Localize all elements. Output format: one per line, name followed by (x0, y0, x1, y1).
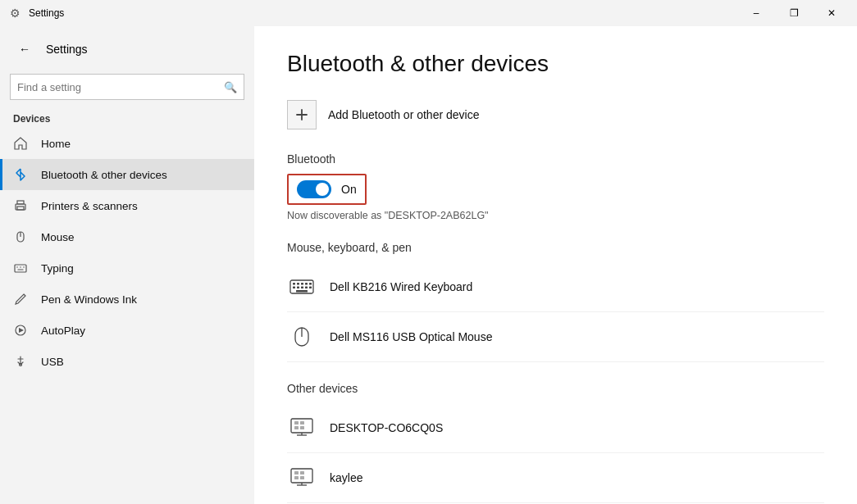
svg-rect-42 (300, 476, 304, 479)
autoplay-icon (13, 323, 30, 338)
monitor-icon-1 (287, 463, 317, 493)
search-box[interactable]: 🔍 (10, 74, 244, 100)
bluetooth-toggle-row[interactable]: On (287, 174, 367, 205)
svg-rect-17 (297, 283, 299, 285)
mouse-device-item: Dell MS116 USB Optical Mouse (287, 312, 824, 362)
bluetooth-toggle[interactable] (297, 180, 331, 198)
keyboard-device-item: Dell KB216 Wired Keyboard (287, 262, 824, 312)
svg-rect-25 (309, 287, 312, 289)
keyboard-device-name: Dell KB216 Wired Keyboard (330, 280, 472, 293)
svg-rect-29 (291, 419, 312, 433)
svg-rect-1 (17, 201, 24, 204)
svg-rect-34 (294, 426, 299, 429)
search-icon: 🔍 (224, 81, 237, 93)
svg-rect-33 (300, 421, 304, 425)
sidebar-item-typing[interactable]: Typing (0, 252, 254, 284)
svg-rect-22 (297, 287, 299, 289)
sidebar-item-usb[interactable]: USB (0, 346, 254, 377)
svg-rect-21 (293, 287, 295, 289)
svg-rect-24 (305, 287, 308, 289)
title-bar-controls: – ❐ ✕ (737, 0, 850, 26)
svg-rect-2 (17, 207, 24, 210)
app-body: ← Settings 🔍 Devices Home Bluetoot (0, 26, 857, 504)
svg-rect-36 (291, 469, 312, 483)
svg-rect-19 (305, 283, 308, 285)
back-button[interactable]: ← (13, 38, 36, 61)
mouse-icon (13, 229, 30, 244)
bluetooth-section-heading: Bluetooth (287, 152, 824, 166)
svg-rect-40 (300, 471, 304, 474)
sidebar-nav-header: ← Settings (0, 30, 254, 69)
other-device-name-1: kaylee (330, 471, 362, 484)
svg-rect-32 (294, 421, 299, 425)
sidebar-item-pen-label: Pen & Windows Ink (41, 293, 137, 306)
bluetooth-icon (13, 167, 30, 182)
sidebar-item-home[interactable]: Home (0, 128, 254, 159)
content-area: Bluetooth & other devices Add Bluetooth … (254, 26, 857, 504)
title-bar: ⚙ Settings – ❐ ✕ (0, 0, 857, 26)
sidebar-item-printers[interactable]: Printers & scanners (0, 190, 254, 221)
sidebar-app-title: Settings (46, 43, 88, 56)
svg-rect-35 (300, 426, 304, 429)
maximize-button[interactable]: ❐ (775, 0, 813, 26)
keyboard-device-icon (287, 272, 317, 302)
sidebar-item-printers-label: Printers & scanners (41, 200, 138, 212)
search-input[interactable] (17, 81, 219, 93)
sidebar-item-autoplay-label: AutoPlay (41, 325, 85, 337)
sidebar-item-mouse[interactable]: Mouse (0, 221, 254, 252)
mouse-device-name: Dell MS116 USB Optical Mouse (330, 330, 492, 343)
mouse-keyboard-section: Mouse, keyboard, & pen (287, 241, 824, 362)
usb-icon (13, 354, 30, 369)
page-title: Bluetooth & other devices (287, 51, 824, 77)
sidebar-item-typing-label: Typing (41, 262, 74, 275)
add-device-label: Add Bluetooth or other device (328, 108, 479, 121)
settings-icon: ⚙ (10, 7, 21, 20)
pen-icon (13, 292, 30, 306)
other-device-item-0: DESKTOP-CO6CQ0S (287, 403, 824, 453)
close-button[interactable]: ✕ (813, 0, 850, 26)
svg-rect-16 (293, 283, 295, 285)
minimize-button[interactable]: – (737, 0, 775, 26)
sidebar-item-bluetooth[interactable]: Bluetooth & other devices (0, 159, 254, 190)
other-device-name-0: DESKTOP-CO6CQ0S (330, 421, 443, 434)
sidebar-section-label: Devices (0, 108, 254, 128)
svg-marker-11 (19, 328, 24, 333)
other-device-item-1: kaylee (287, 453, 824, 503)
bluetooth-section: Bluetooth On Now discoverable as "DESKTO… (287, 152, 824, 221)
add-device-button[interactable]: Add Bluetooth or other device (287, 100, 824, 129)
sidebar-item-autoplay[interactable]: AutoPlay (0, 315, 254, 346)
svg-rect-20 (309, 283, 312, 285)
sidebar: ← Settings 🔍 Devices Home Bluetoot (0, 26, 254, 504)
svg-rect-23 (301, 287, 303, 289)
svg-rect-5 (15, 265, 26, 272)
sidebar-item-home-label: Home (41, 138, 71, 150)
title-bar-left: ⚙ Settings (10, 7, 64, 20)
title-bar-title: Settings (29, 7, 64, 19)
sidebar-item-bluetooth-label: Bluetooth & other devices (41, 169, 167, 181)
sidebar-item-mouse-label: Mouse (41, 231, 75, 243)
discoverable-text: Now discoverable as "DESKTOP-2AB62LG" (287, 210, 824, 221)
monitor-icon-0 (287, 413, 317, 443)
toggle-knob (316, 183, 329, 196)
home-icon (13, 136, 30, 151)
other-devices-section: Other devices DESKTOP-CO6CQ0S (287, 382, 824, 503)
add-icon (287, 100, 317, 129)
svg-rect-18 (301, 283, 303, 285)
sidebar-item-pen[interactable]: Pen & Windows Ink (0, 284, 254, 315)
mouse-keyboard-section-heading: Mouse, keyboard, & pen (287, 241, 824, 254)
svg-rect-41 (294, 476, 299, 479)
mouse-device-icon (287, 322, 317, 352)
printer-icon (13, 198, 30, 213)
svg-rect-26 (296, 290, 308, 293)
svg-rect-39 (294, 471, 299, 474)
other-devices-section-heading: Other devices (287, 382, 824, 395)
sidebar-item-usb-label: USB (41, 356, 64, 368)
typing-icon (13, 261, 30, 275)
bluetooth-toggle-label: On (341, 183, 357, 196)
